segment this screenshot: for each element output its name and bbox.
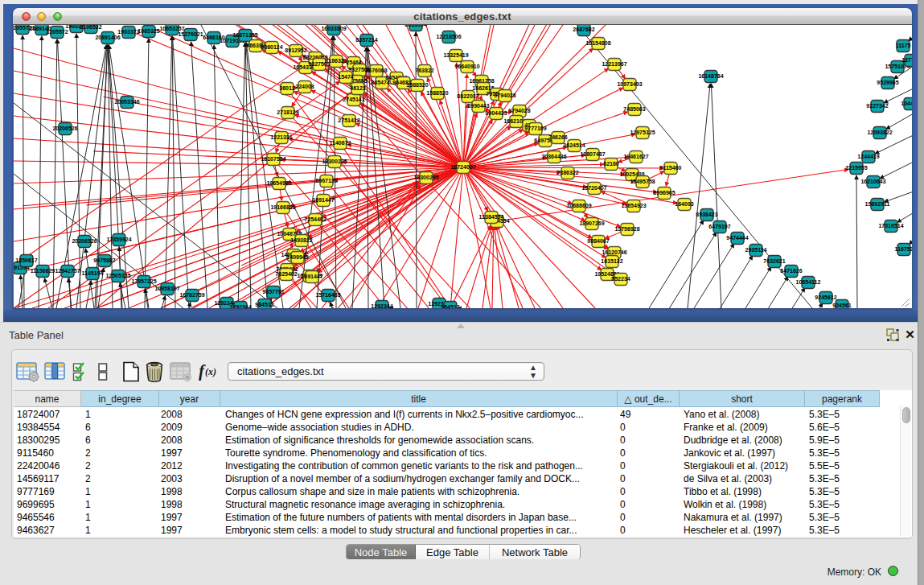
svg-text:12213967: 12213967 — [602, 61, 626, 67]
svg-text:9245612: 9245612 — [815, 295, 836, 300]
svg-text:9975887: 9975887 — [93, 257, 115, 263]
svg-text:15716485: 15716485 — [315, 292, 340, 298]
svg-text:13654923: 13654923 — [621, 203, 646, 208]
svg-text:18907269: 18907269 — [579, 220, 604, 226]
svg-text:1205572: 1205572 — [46, 29, 68, 35]
svg-text:18724007: 18724007 — [450, 164, 475, 170]
svg-text:8912952: 8912952 — [285, 47, 306, 53]
svg-text:11156829: 11156829 — [31, 268, 55, 274]
svg-text:3215955: 3215955 — [845, 165, 867, 171]
svg-text:8813054: 8813054 — [405, 25, 426, 27]
svg-text:17957225: 17957225 — [131, 278, 156, 284]
svg-text:2935114: 2935114 — [745, 247, 767, 253]
svg-text:2106532: 2106532 — [80, 25, 101, 30]
svg-text:13325419: 13325419 — [443, 52, 468, 58]
svg-text:12505135: 12505135 — [105, 273, 130, 278]
svg-text:16210643: 16210643 — [860, 179, 885, 184]
svg-text:20206526: 20206526 — [72, 238, 97, 244]
svg-text:15756928: 15756928 — [614, 226, 639, 232]
svg-text:11175: 11175 — [896, 43, 911, 48]
svg-text:984512: 984512 — [441, 304, 459, 308]
svg-text:1493822: 1493822 — [290, 237, 312, 243]
svg-text:16148784: 16148784 — [698, 73, 723, 79]
svg-text:11384554: 11384554 — [479, 214, 504, 220]
svg-text:1221331: 1221331 — [270, 134, 292, 140]
svg-text:16671355: 16671355 — [232, 32, 257, 38]
svg-text:15692911: 15692911 — [865, 201, 890, 207]
svg-text:1615132: 1615132 — [601, 258, 622, 264]
svg-text:10807487: 10807487 — [580, 151, 605, 157]
svg-text:6479197: 6479197 — [708, 224, 730, 229]
svg-text:10654112: 10654112 — [796, 279, 821, 285]
svg-text:2745141: 2745141 — [343, 97, 364, 102]
svg-text:7386322: 7386322 — [556, 170, 578, 175]
svg-text:18300225: 18300225 — [322, 159, 347, 164]
svg-text:16107554: 16107554 — [261, 156, 285, 162]
svg-text:104470: 104470 — [901, 101, 912, 106]
svg-text:9857791: 9857791 — [262, 289, 284, 295]
svg-text:16640910: 16640910 — [454, 64, 479, 69]
svg-text:19461627: 19461627 — [623, 154, 648, 159]
svg-text:1903373: 1903373 — [117, 29, 139, 35]
svg-text:12218506: 12218506 — [436, 34, 461, 39]
svg-text:16782759: 16782759 — [179, 292, 204, 298]
svg-text:16120746: 16120746 — [602, 249, 626, 255]
svg-text:9529965: 9529965 — [877, 80, 898, 85]
svg-text:1292344: 1292344 — [229, 304, 251, 308]
svg-text:20206526: 20206526 — [52, 126, 77, 131]
svg-text:1588520: 1588520 — [426, 90, 448, 96]
svg-text:10688609: 10688609 — [566, 203, 591, 208]
svg-text:1145194: 1145194 — [82, 270, 104, 276]
svg-text:8186328: 8186328 — [325, 58, 347, 64]
svg-text:16033809: 16033809 — [321, 26, 346, 31]
svg-text:(x): (x) — [205, 366, 216, 377]
svg-text:8822037: 8822037 — [457, 93, 478, 99]
svg-text:18300295: 18300295 — [413, 175, 438, 180]
svg-text:10958107: 10958107 — [154, 286, 179, 291]
svg-text:10653257: 10653257 — [159, 26, 184, 31]
svg-text:3624514: 3624514 — [563, 142, 585, 148]
svg-text:9227342: 9227342 — [866, 103, 888, 109]
svg-text:2718129: 2718129 — [277, 109, 298, 115]
svg-text:164093: 164093 — [675, 201, 693, 207]
svg-text:8990443: 8990443 — [467, 103, 489, 109]
svg-text:15495758: 15495758 — [630, 179, 655, 184]
svg-text:2751412: 2751412 — [338, 117, 359, 123]
svg-text:552234: 552234 — [611, 276, 630, 282]
svg-text:46121: 46121 — [350, 85, 366, 91]
svg-text:1292344: 1292344 — [371, 303, 392, 308]
svg-text:1850617: 1850617 — [15, 257, 37, 263]
svg-text:15720407: 15720407 — [581, 185, 606, 191]
svg-text:8996965: 8996965 — [653, 190, 675, 196]
svg-text:2687682: 2687682 — [573, 27, 594, 32]
svg-text:62160: 62160 — [603, 161, 619, 167]
svg-text:8967130: 8967130 — [315, 178, 337, 183]
svg-text:8938423: 8938423 — [696, 212, 717, 217]
svg-text:7485063: 7485063 — [623, 106, 645, 112]
svg-text:9474444: 9474444 — [726, 235, 748, 241]
svg-text:8471626: 8471626 — [780, 268, 802, 274]
svg-text:12093822: 12093822 — [867, 130, 892, 135]
svg-text:10973493: 10973493 — [617, 81, 642, 87]
svg-text:1065325: 1065325 — [138, 28, 159, 34]
svg-text:2676068: 2676068 — [365, 68, 387, 73]
svg-text:1891447: 1891447 — [312, 197, 334, 203]
svg-text:1409945: 1409945 — [286, 254, 308, 260]
svg-text:1691447: 1691447 — [301, 274, 322, 279]
svg-text:746266: 746266 — [548, 134, 567, 140]
svg-text:17016514: 17016514 — [878, 223, 903, 229]
svg-text:1588520: 1588520 — [406, 82, 428, 88]
svg-text:9904435: 9904435 — [485, 110, 507, 116]
svg-text:19654985: 19654985 — [266, 180, 291, 186]
svg-text:15474: 15474 — [338, 74, 354, 80]
svg-text:7254402: 7254402 — [304, 216, 326, 222]
svg-text:9794028: 9794028 — [508, 108, 530, 113]
svg-text:16154808: 16154808 — [585, 40, 610, 46]
svg-text:984512: 984512 — [255, 302, 273, 307]
svg-text:12975125: 12975125 — [630, 130, 655, 135]
svg-text:8860124: 8860124 — [261, 44, 282, 50]
svg-text:20364436: 20364436 — [541, 154, 566, 159]
svg-text:12942757: 12942757 — [55, 268, 80, 274]
svg-text:15276021: 15276021 — [178, 31, 203, 37]
svg-text:9794028: 9794028 — [494, 93, 515, 98]
